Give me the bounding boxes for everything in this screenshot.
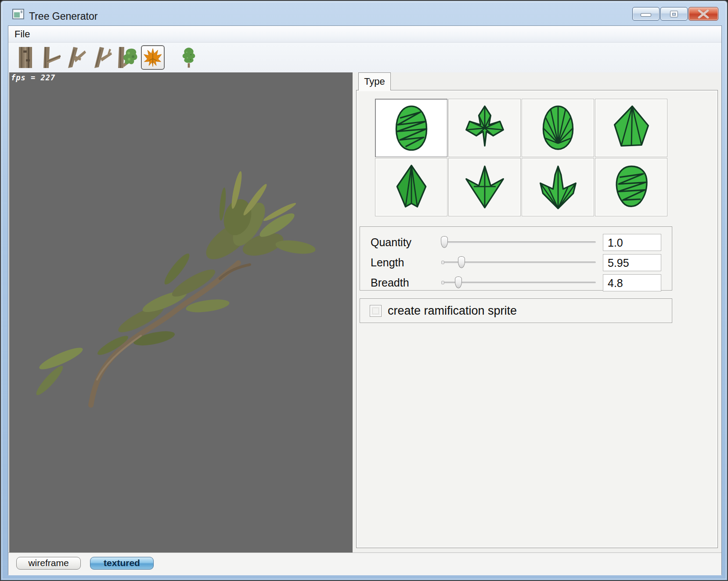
breadth-label: Breadth (371, 276, 409, 289)
leaf-type-birdfoot-spikes[interactable] (448, 158, 521, 216)
quantity-slider[interactable] (441, 232, 596, 252)
minimize-icon (641, 13, 651, 17)
kite-fan-leaf-icon (610, 103, 652, 154)
leaf-type-palmate-fan[interactable] (522, 158, 594, 216)
menu-file[interactable]: File (8, 26, 36, 43)
ivy-trilobe-leaf-icon (464, 103, 506, 154)
length-label: Length (371, 256, 404, 269)
close-button[interactable] (688, 7, 718, 21)
wireframe-button[interactable]: wireframe (16, 557, 81, 570)
client-area: File (8, 25, 722, 575)
quantity-value-field[interactable] (603, 234, 661, 251)
footer-bar: wireframe textured (8, 552, 721, 575)
branch-single-icon (41, 47, 61, 68)
app-window: Tree Generator File (0, 0, 728, 581)
toolbar-trunk-button[interactable] (14, 45, 37, 70)
toolbar-tree-button[interactable] (177, 45, 201, 70)
breadth-slider[interactable] (441, 273, 596, 293)
leaf-type-ivy-trilobe[interactable] (448, 99, 521, 157)
pentagon-fan-leaf-icon (390, 162, 432, 213)
ramification-label: create ramification sprite (388, 304, 517, 318)
leaf-type-round-zigzag[interactable] (595, 158, 667, 216)
breadth-slider-thumb[interactable] (455, 276, 462, 288)
window-title: Tree Generator (29, 11, 97, 22)
quantity-label: Quantity (371, 236, 411, 249)
leaf-parameters-group: Quantity Length (360, 226, 672, 290)
maximize-icon (670, 11, 678, 17)
breadth-value-field[interactable] (603, 274, 661, 291)
ramification-checkbox[interactable] (370, 305, 382, 317)
maple-leaf-icon (143, 48, 162, 67)
quantity-slider-thumb[interactable] (441, 236, 448, 248)
toolbar-branch-foliage-button[interactable] (115, 45, 139, 70)
tab-type[interactable]: Type (358, 72, 391, 90)
oval-zigzag-leaf-icon (390, 103, 432, 154)
tree-icon (180, 47, 198, 68)
toolbar (8, 43, 721, 72)
ramification-group: create ramification sprite (360, 298, 672, 323)
breadth-slider-tick (441, 281, 444, 284)
leaf-shape-grid (375, 99, 667, 216)
length-slider-thumb[interactable] (458, 256, 465, 268)
length-value-field[interactable] (603, 254, 661, 271)
quantity-slider-track[interactable] (441, 241, 596, 243)
toolbar-branch-forked-button[interactable] (65, 45, 88, 70)
toolbar-branch-twig-button[interactable] (90, 45, 114, 70)
branch-foliage-icon (117, 47, 137, 68)
palmate-fan-leaf-icon (537, 162, 579, 213)
maximize-button[interactable] (660, 7, 688, 21)
breadth-slider-track[interactable] (441, 282, 596, 283)
branch-render (9, 72, 353, 552)
leaf-type-kite-fan[interactable] (595, 99, 667, 157)
render-viewport[interactable]: fps = 227 (9, 72, 353, 552)
titlebar: Tree Generator (1, 1, 727, 25)
length-slider[interactable] (441, 252, 596, 273)
properties-panel: Type (353, 72, 721, 552)
app-icon (12, 9, 24, 19)
minimize-button[interactable] (632, 7, 660, 21)
round-zigzag-leaf-icon (610, 162, 652, 213)
leaf-type-oval-radial-fan[interactable] (522, 99, 594, 157)
menubar: File (8, 26, 721, 43)
fps-counter: fps = 227 (11, 73, 55, 82)
branch-forked-icon (66, 47, 86, 68)
birdfoot-spikes-leaf-icon (464, 162, 506, 213)
branch-twig-icon (92, 47, 112, 68)
toolbar-maple-leaf-button[interactable] (141, 45, 165, 70)
leaf-type-pentagon-fan[interactable] (375, 158, 447, 216)
oval-radial-fan-leaf-icon (537, 103, 579, 154)
length-slider-tick (441, 261, 444, 264)
type-tab-content: Quantity Length (356, 90, 718, 548)
textured-button[interactable]: textured (90, 557, 154, 570)
trunk-texture-icon (18, 47, 33, 68)
leaf-type-oval-zigzag[interactable] (375, 99, 447, 157)
toolbar-branch-single-button[interactable] (39, 45, 63, 70)
close-icon (698, 10, 709, 18)
